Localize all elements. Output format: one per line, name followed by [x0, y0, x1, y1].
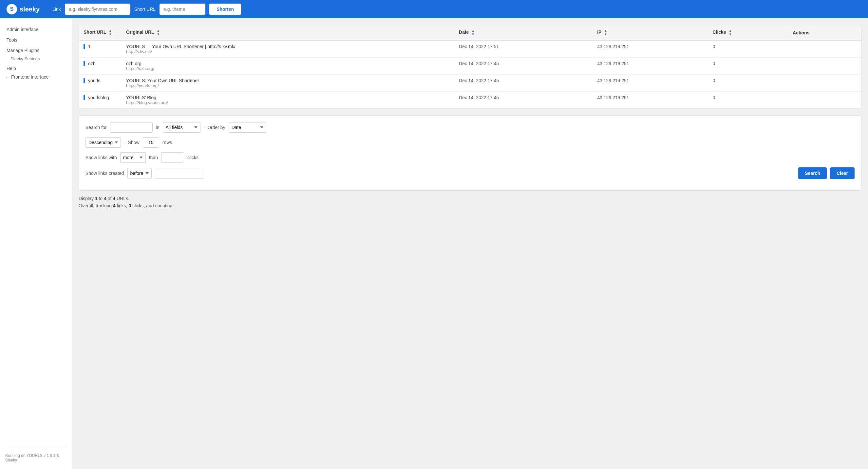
- sort-clicks-icon[interactable]: ▲ ▼: [729, 29, 732, 36]
- short-url-bar: [84, 61, 85, 66]
- ip-cell: 43.129.219.251: [592, 75, 708, 92]
- show-links-with-label: Show links with: [86, 155, 117, 160]
- short-url-value[interactable]: yourlsblog: [88, 95, 109, 100]
- sort-original-url-icon[interactable]: ▲ ▼: [157, 29, 160, 36]
- clicks-cell: 0: [708, 75, 788, 92]
- sidebar-section-admin: Admin interface: [5, 25, 66, 34]
- more-less-select[interactable]: more less exactly: [120, 152, 146, 163]
- sort-short-url-icon[interactable]: ▲ ▼: [109, 29, 112, 36]
- sidebar-section-tools: Tools: [5, 35, 66, 44]
- short-url-cell: yourlsblog: [79, 92, 122, 109]
- search-row-3: Show links with more less exactly than c…: [86, 152, 855, 163]
- short-url-cell: yourls: [79, 75, 122, 92]
- show-label: – Show: [124, 140, 140, 145]
- col-ip[interactable]: IP ▲ ▼: [592, 25, 708, 40]
- table-header-row: Short URL ▲ ▼ Original URL ▲ ▼: [79, 25, 861, 40]
- short-url-bar: [84, 44, 85, 49]
- clicks-filter-input[interactable]: [161, 152, 184, 163]
- direction-select[interactable]: Descending Ascending: [86, 137, 121, 148]
- search-fields-select[interactable]: All fields Short URL Original URL Title …: [163, 122, 200, 133]
- clear-button[interactable]: Clear: [830, 167, 855, 179]
- original-title: YOURLS' Blog: [126, 95, 450, 100]
- sort-ip-icon[interactable]: ▲ ▼: [604, 29, 607, 36]
- original-url[interactable]: http://s.kv.mk/: [126, 49, 450, 54]
- col-clicks[interactable]: Clicks ▲ ▼: [708, 25, 788, 40]
- short-url-wrap: ozh: [84, 61, 117, 66]
- original-url[interactable]: https://yourls.org/: [126, 83, 450, 88]
- sidebar: Admin interface Tools Manage Plugins Sle…: [0, 18, 72, 469]
- search-section: Search for in All fields Short URL Origi…: [79, 115, 862, 191]
- ip-cell: 43.129.219.251: [592, 58, 708, 75]
- date-filter-input[interactable]: [155, 168, 204, 179]
- short-url-input[interactable]: [159, 4, 205, 15]
- order-by-select[interactable]: Date Short URL Original URL Clicks: [229, 122, 266, 133]
- search-button[interactable]: Search: [798, 167, 827, 179]
- clicks-cell: 0: [708, 58, 788, 75]
- ip-cell: 43.129.219.251: [592, 40, 708, 58]
- link-input[interactable]: [65, 4, 130, 15]
- date-cell: Dec 14, 2022 17:45: [454, 75, 592, 92]
- col-actions: Actions: [788, 25, 861, 40]
- original-title: YOURLS: Your Own URL Shortener: [126, 78, 450, 83]
- overall-stats-text: Overall, tracking 4 links, 0 clicks, and…: [79, 203, 862, 208]
- search-row-4: Show links created before after Search C…: [86, 167, 855, 179]
- short-url-wrap: yourlsblog: [84, 95, 117, 100]
- original-url-cell: ozh.org https://ozh.org/: [122, 58, 454, 75]
- short-url-wrap: 1: [84, 44, 117, 49]
- short-url-value[interactable]: ozh: [88, 61, 96, 66]
- sidebar-section-help: Help: [5, 64, 66, 73]
- created-select[interactable]: before after: [127, 168, 152, 179]
- display-range-text: Display 1 to 4 of 4 URLs.: [79, 196, 862, 201]
- rows-label: rows: [162, 140, 172, 145]
- original-url-cell: YOURLS — Your Own URL Shortener | http:/…: [122, 40, 454, 58]
- sidebar-item-manage-plugins[interactable]: Manage Plugins: [5, 46, 66, 55]
- logo-text: sleeky: [20, 6, 40, 13]
- clicks-cell: 0: [708, 40, 788, 58]
- sidebar-item-frontend[interactable]: ← Frontend Interface: [5, 74, 66, 80]
- header: S sleeky Link Short URL Shorten: [0, 0, 868, 18]
- original-url-cell: YOURLS: Your Own URL Shortener https://y…: [122, 75, 454, 92]
- sidebar-footer: Running on YOURLS v 1.9.1 & Sleeky: [5, 448, 66, 463]
- shorten-button[interactable]: Shorten: [209, 4, 241, 15]
- logo: S sleeky: [6, 4, 46, 14]
- sidebar-item-sleeky-settings[interactable]: Sleeky Settings: [5, 55, 66, 63]
- col-original-url[interactable]: Original URL ▲ ▼: [122, 25, 454, 40]
- search-row-2: Descending Ascending – Show rows: [86, 137, 855, 148]
- table-body: 1 YOURLS — Your Own URL Shortener | http…: [79, 40, 861, 108]
- ip-cell: 43.129.219.251: [592, 92, 708, 109]
- sidebar-item-tools[interactable]: Tools: [5, 35, 66, 44]
- frontend-label: Frontend Interface: [11, 74, 49, 80]
- sort-date-icon[interactable]: ▲ ▼: [471, 29, 475, 36]
- main-content: Short URL ▲ ▼ Original URL ▲ ▼: [72, 18, 868, 469]
- col-short-url[interactable]: Short URL ▲ ▼: [79, 25, 122, 40]
- order-by-label: – Order by: [204, 125, 225, 130]
- logo-icon: S: [6, 4, 17, 14]
- search-for-label: Search for: [86, 125, 107, 130]
- original-url[interactable]: https://blog.yourls.org/: [126, 100, 450, 105]
- table-row: ozh ozh.org https://ozh.org/ Dec 14, 202…: [79, 58, 861, 75]
- actions-cell: [788, 75, 861, 92]
- date-cell: Dec 14, 2022 17:45: [454, 92, 592, 109]
- original-title: ozh.org: [126, 61, 450, 66]
- short-url-wrap: yourls: [84, 78, 117, 83]
- sidebar-item-help[interactable]: Help: [5, 64, 66, 73]
- rows-input[interactable]: [143, 137, 159, 148]
- actions-cell: [788, 92, 861, 109]
- short-url-cell: 1: [79, 40, 122, 58]
- original-url[interactable]: https://ozh.org/: [126, 66, 450, 71]
- clicks-cell: 0: [708, 92, 788, 109]
- search-text-input[interactable]: [110, 122, 153, 133]
- header-form: Link Short URL Shorten: [53, 4, 862, 15]
- table-row: yourlsblog YOURLS' Blog https://blog.you…: [79, 92, 861, 109]
- date-cell: Dec 14, 2022 17:45: [454, 58, 592, 75]
- sidebar-item-admin-interface[interactable]: Admin interface: [5, 25, 66, 34]
- in-label: in: [156, 125, 159, 130]
- clicks-label: clicks: [187, 155, 198, 160]
- short-url-value[interactable]: 1: [88, 44, 91, 49]
- table-row: yourls YOURLS: Your Own URL Shortener ht…: [79, 75, 861, 92]
- short-url-label: Short URL: [134, 6, 156, 12]
- short-url-bar: [84, 78, 85, 83]
- short-url-value[interactable]: yourls: [88, 78, 100, 83]
- col-date[interactable]: Date ▲ ▼: [454, 25, 592, 40]
- show-links-created-label: Show links created: [86, 170, 124, 176]
